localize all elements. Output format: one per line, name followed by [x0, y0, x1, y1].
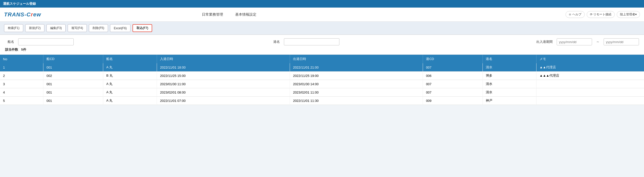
table-cell-1-7: ▲▲▲代理店	[536, 72, 644, 80]
table-header: No船CD船名入港日時出港日時港CD港名メモ	[0, 55, 644, 63]
toolbar-button-6[interactable]: 取込(F7)	[132, 24, 152, 32]
col-header-4: 出港日時	[290, 55, 423, 63]
table-cell-2-6: 清水	[483, 80, 536, 88]
table-cell-4-1: 001	[43, 97, 103, 105]
table-cell-1-4: 2022/11/25 19:00	[290, 72, 423, 80]
table-row[interactable]: 4001A 丸2023/02/01 08:002023/02/01 11:000…	[0, 88, 644, 97]
table-cell-3-2: A 丸	[103, 88, 157, 97]
ship-input[interactable]	[18, 38, 74, 45]
col-header-5: 港CD	[423, 55, 483, 63]
date-range-separator: ～	[596, 40, 600, 44]
remote-button[interactable]: ⟳ リモート接続	[587, 11, 615, 18]
port-label: 港名	[271, 40, 280, 44]
table-cell-0-7: ▲▲代理店	[536, 63, 644, 72]
table-cell-1-6: 博多	[483, 72, 536, 80]
table-cell-2-5: 007	[423, 80, 483, 88]
table-cell-4-5: 009	[423, 97, 483, 105]
result-count-label: 該当件数	[5, 48, 18, 51]
period-label: 出入港期間	[536, 40, 553, 44]
search-area: 船名 港名 出入港期間 ～ 該当件数 5件	[0, 35, 644, 55]
table-cell-2-7	[536, 80, 644, 88]
table-row[interactable]: 1001A 丸2022/11/01 18:002022/11/01 21:000…	[0, 63, 644, 72]
table-cell-4-7	[536, 97, 644, 105]
table-row[interactable]: 3001A 丸2023/01/30 11:002023/01/30 14:000…	[0, 80, 644, 88]
port-input[interactable]	[284, 38, 339, 45]
toolbar-button-3[interactable]: 複写(F4)	[68, 24, 87, 32]
help-button[interactable]: ⊙ ヘルプ	[566, 11, 584, 18]
nav-daily-management[interactable]: 日常業務管理	[200, 11, 225, 18]
table-cell-3-5: 007	[423, 88, 483, 97]
table-container: No船CD船名入港日時出港日時港CD港名メモ 1001A 丸2022/11/01…	[0, 55, 644, 105]
table-cell-4-3: 2022/11/01 07:00	[157, 97, 290, 105]
result-count-value: 5件	[21, 48, 26, 51]
table-cell-3-7	[536, 88, 644, 97]
result-count: 該当件数 5件	[5, 47, 639, 52]
toolbar-button-0[interactable]: 検索(F1)	[4, 24, 23, 32]
table-cell-0-0: 1	[0, 63, 43, 72]
search-row: 船名 港名 出入港期間 ～	[5, 38, 639, 45]
table-cell-3-4: 2023/02/01 11:00	[290, 88, 423, 97]
toolbar-button-4[interactable]: 削除(F5)	[89, 24, 108, 32]
title-bar-label: 運航スケジュール登録	[3, 2, 36, 6]
title-bar: 運航スケジュール登録	[0, 0, 644, 8]
table-cell-2-2: A 丸	[103, 80, 157, 88]
table-cell-3-0: 4	[0, 88, 43, 97]
col-header-3: 入港日時	[157, 55, 290, 63]
toolbar-button-2[interactable]: 編集(F3)	[46, 24, 66, 32]
toolbar: 検索(F1)新規(F2)編集(F3)複写(F4)削除(F5)Excel(F6)取…	[0, 22, 644, 35]
toolbar-button-5[interactable]: Excel(F6)	[110, 24, 130, 32]
user-menu-button[interactable]: 陸上管理者▾	[617, 11, 640, 18]
logo: TRANS-Crew	[4, 11, 41, 18]
table-cell-0-2: A 丸	[103, 63, 157, 72]
table-cell-1-1: 002	[43, 72, 103, 80]
table-cell-1-5: 006	[423, 72, 483, 80]
table-cell-1-2: B 丸	[103, 72, 157, 80]
table-cell-0-4: 2022/11/01 21:00	[290, 63, 423, 72]
col-header-1: 船CD	[43, 55, 103, 63]
table-cell-4-0: 5	[0, 97, 43, 105]
table-cell-4-4: 2022/11/01 11:30	[290, 97, 423, 105]
table-cell-2-0: 3	[0, 80, 43, 88]
table-row[interactable]: 5001A 丸2022/11/01 07:002022/11/01 11:300…	[0, 97, 644, 105]
col-header-7: メモ	[536, 55, 644, 63]
toolbar-button-1[interactable]: 新規(F2)	[25, 24, 44, 32]
table-cell-1-3: 2022/11/25 15:00	[157, 72, 290, 80]
col-header-6: 港名	[483, 55, 536, 63]
table-body: 1001A 丸2022/11/01 18:002022/11/01 21:000…	[0, 63, 644, 105]
table-cell-2-3: 2023/01/30 11:00	[157, 80, 290, 88]
table-cell-3-6: 清水	[483, 88, 536, 97]
table-cell-0-1: 001	[43, 63, 103, 72]
nav-basic-settings[interactable]: 基本情報設定	[233, 11, 258, 18]
table-cell-2-4: 2023/01/30 14:00	[290, 80, 423, 88]
table-row[interactable]: 2002B 丸2022/11/25 15:002022/11/25 19:000…	[0, 72, 644, 80]
table-cell-4-2: A 丸	[103, 97, 157, 105]
table-cell-0-6: 清水	[483, 63, 536, 72]
table-cell-3-1: 001	[43, 88, 103, 97]
table-cell-2-1: 001	[43, 80, 103, 88]
header: TRANS-Crew 日常業務管理 基本情報設定 ⊙ ヘルプ ⟳ リモート接続 …	[0, 8, 644, 22]
date-to-input[interactable]	[604, 38, 639, 45]
col-header-0: No	[0, 55, 43, 63]
ship-label: 船名	[5, 40, 14, 44]
nav-right: ⊙ ヘルプ ⟳ リモート接続 陸上管理者▾	[566, 11, 640, 18]
col-header-2: 船名	[103, 55, 157, 63]
table-cell-4-6: 神戸	[483, 97, 536, 105]
date-from-input[interactable]	[557, 38, 592, 45]
table-cell-1-0: 2	[0, 72, 43, 80]
table-cell-3-3: 2023/02/01 08:00	[157, 88, 290, 97]
main-nav: 日常業務管理 基本情報設定	[200, 11, 258, 18]
table-cell-0-5: 007	[423, 63, 483, 72]
table-cell-0-3: 2022/11/01 18:00	[157, 63, 290, 72]
schedule-table: No船CD船名入港日時出港日時港CD港名メモ 1001A 丸2022/11/01…	[0, 55, 644, 105]
